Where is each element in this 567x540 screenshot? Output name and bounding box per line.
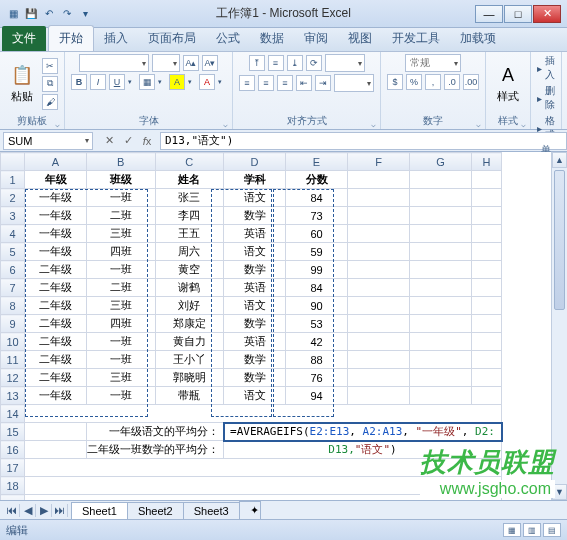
orientation-icon[interactable]: ⟳ xyxy=(306,55,322,71)
col-header-E[interactable]: E xyxy=(286,153,348,171)
merge-select[interactable] xyxy=(334,74,374,92)
cut-icon[interactable]: ✂ xyxy=(42,58,58,74)
tab-data[interactable]: 数据 xyxy=(250,26,294,51)
cell[interactable]: 黄空 xyxy=(155,261,224,279)
border-icon[interactable]: ▦ xyxy=(139,74,155,90)
fill-color-icon[interactable]: A xyxy=(169,74,185,90)
cell[interactable] xyxy=(472,243,502,261)
cell[interactable] xyxy=(348,279,410,297)
copy-icon[interactable]: ⧉ xyxy=(42,76,58,92)
row-header[interactable]: 1 xyxy=(1,171,25,189)
cell[interactable] xyxy=(472,171,502,189)
grid[interactable]: A B C D E F G H 1 年级 班级 姓名 学科 分数 2一年级一班张… xyxy=(0,152,567,513)
cell[interactable]: 76 xyxy=(286,369,348,387)
tab-file[interactable]: 文件 xyxy=(2,26,46,51)
cell[interactable]: 数学 xyxy=(224,261,286,279)
cell[interactable]: 60 xyxy=(286,225,348,243)
cell[interactable]: 数学 xyxy=(224,315,286,333)
cell[interactable] xyxy=(25,423,87,441)
cell[interactable] xyxy=(472,225,502,243)
minimize-button[interactable]: — xyxy=(475,5,503,23)
cell[interactable]: 分数 xyxy=(286,171,348,189)
col-header-F[interactable]: F xyxy=(348,153,410,171)
cell[interactable] xyxy=(25,459,502,477)
bold-icon[interactable]: B xyxy=(71,74,87,90)
row-header[interactable]: 6 xyxy=(1,261,25,279)
align-left-icon[interactable]: ≡ xyxy=(239,75,255,91)
cell[interactable] xyxy=(472,207,502,225)
formula-input[interactable]: D13,"语文") xyxy=(160,132,567,150)
cell[interactable] xyxy=(410,243,472,261)
undo-icon[interactable]: ↶ xyxy=(42,7,56,21)
row-header[interactable]: 9 xyxy=(1,315,25,333)
inc-decimal-icon[interactable]: .0 xyxy=(444,74,460,90)
cell[interactable] xyxy=(410,225,472,243)
cell[interactable]: 黄自力 xyxy=(155,333,224,351)
cell[interactable] xyxy=(348,351,410,369)
row-header[interactable]: 14 xyxy=(1,405,25,423)
cell[interactable]: 二年级 xyxy=(25,315,87,333)
align-top-icon[interactable]: ⤒ xyxy=(249,55,265,71)
new-sheet-icon[interactable]: ✦ xyxy=(239,501,261,519)
cell[interactable]: 王小丫 xyxy=(155,351,224,369)
cell[interactable]: 郑康定 xyxy=(155,315,224,333)
row-header[interactable]: 16 xyxy=(1,441,25,459)
comma-icon[interactable]: , xyxy=(425,74,441,90)
tab-dev[interactable]: 开发工具 xyxy=(382,26,450,51)
cell[interactable] xyxy=(472,333,502,351)
col-header-A[interactable]: A xyxy=(25,153,87,171)
cell[interactable] xyxy=(472,297,502,315)
paste-button[interactable]: 📋 粘贴 xyxy=(6,61,38,106)
cell[interactable]: 语文 xyxy=(224,297,286,315)
view-break-icon[interactable]: ▤ xyxy=(543,523,561,537)
row-header[interactable]: 8 xyxy=(1,297,25,315)
cell[interactable] xyxy=(410,333,472,351)
decrease-font-icon[interactable]: A▾ xyxy=(202,55,218,71)
cell[interactable] xyxy=(348,225,410,243)
cell[interactable] xyxy=(25,405,502,423)
cell[interactable]: 三班 xyxy=(87,369,156,387)
cell[interactable] xyxy=(472,351,502,369)
cell[interactable] xyxy=(472,315,502,333)
view-normal-icon[interactable]: ▦ xyxy=(503,523,521,537)
tab-home[interactable]: 开始 xyxy=(48,25,94,51)
select-all-corner[interactable] xyxy=(1,153,25,171)
cell[interactable]: 姓名 xyxy=(155,171,224,189)
cell[interactable] xyxy=(410,387,472,405)
cell[interactable] xyxy=(410,369,472,387)
indent-right-icon[interactable]: ⇥ xyxy=(315,75,331,91)
cell[interactable]: 四班 xyxy=(87,315,156,333)
row-header[interactable]: 15 xyxy=(1,423,25,441)
cell[interactable]: 二班 xyxy=(87,207,156,225)
cell[interactable]: 一班 xyxy=(87,351,156,369)
cell[interactable] xyxy=(410,189,472,207)
cell[interactable]: 语文 xyxy=(224,243,286,261)
format-painter-icon[interactable]: 🖌 xyxy=(42,94,58,110)
cell[interactable]: 88 xyxy=(286,351,348,369)
increase-font-icon[interactable]: A▴ xyxy=(183,55,199,71)
sheet-nav-first-icon[interactable]: ⏮ xyxy=(4,504,20,517)
font-name-select[interactable] xyxy=(79,54,149,72)
scroll-up-icon[interactable]: ▲ xyxy=(552,152,567,168)
col-header-D[interactable]: D xyxy=(224,153,286,171)
tab-review[interactable]: 审阅 xyxy=(294,26,338,51)
row-header[interactable]: 2 xyxy=(1,189,25,207)
cell[interactable]: 二班 xyxy=(87,279,156,297)
cell[interactable]: 一年级 xyxy=(25,225,87,243)
cell[interactable]: 刘好 xyxy=(155,297,224,315)
cell[interactable] xyxy=(348,171,410,189)
cell[interactable]: 73 xyxy=(286,207,348,225)
sheet-nav-next-icon[interactable]: ▶ xyxy=(36,504,52,517)
row-header[interactable]: 4 xyxy=(1,225,25,243)
cell[interactable]: 53 xyxy=(286,315,348,333)
number-format-select[interactable]: 常规 xyxy=(405,54,461,72)
scroll-down-icon[interactable]: ▼ xyxy=(552,484,567,500)
maximize-button[interactable]: □ xyxy=(504,5,532,23)
cell[interactable]: 一年级 xyxy=(25,387,87,405)
cell[interactable]: 二年级 xyxy=(25,297,87,315)
cell[interactable]: 二年级 xyxy=(25,261,87,279)
cell[interactable] xyxy=(410,261,472,279)
cell[interactable]: 数学 xyxy=(224,351,286,369)
sheet-nav-last-icon[interactable]: ⏭ xyxy=(52,504,68,517)
sheet-tab[interactable]: Sheet2 xyxy=(127,502,184,519)
